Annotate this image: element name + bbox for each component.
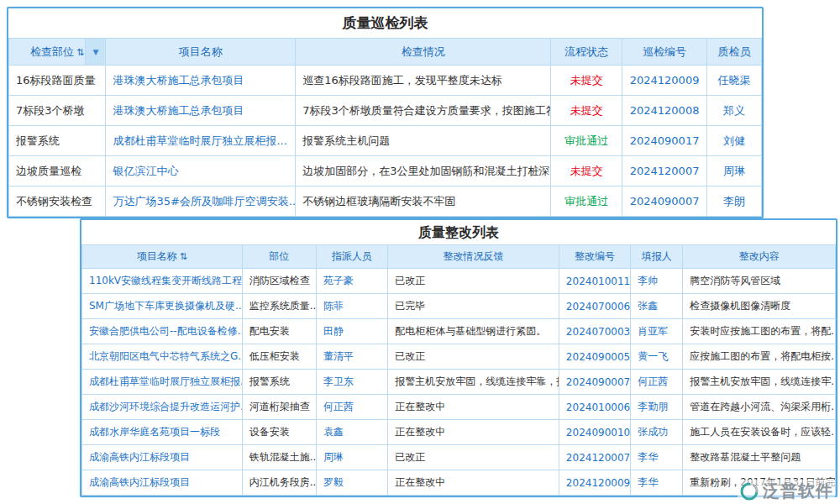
column-label: 指派人员 [332,250,372,262]
reporter-link[interactable]: 肖亚军 [631,319,683,344]
inspect-part-cell: 报警系统 [9,126,106,156]
status-badge: 未提交 [551,66,622,96]
inspector-link[interactable]: 任晓渠 [706,66,761,96]
column-label: 质检员 [717,45,750,58]
project-link[interactable]: 成都水岸华庭名苑项目一标段 [82,420,243,445]
content-cell: 报警主机安放牢固，线缆连接牢... [683,370,836,395]
patrol-col-header-status: 流程状态 [551,39,622,66]
sort-icon[interactable]: ⇅ [180,251,187,262]
feedback-cell: 正在整改中 [388,420,559,445]
project-link[interactable]: 成渝高铁内江标段项目 [82,470,243,496]
rectify-header-row: 项目名称⇅ 部位 指派人员 整改情况反馈 整改编号 填报人 整改内容 [82,245,836,269]
column-dropdown-button[interactable]: ▼ [85,39,105,65]
assignee-link[interactable]: 罗毅 [316,470,387,496]
feedback-cell: 已改正 [388,445,559,470]
column-label: 检查情况 [402,45,445,58]
vendor-watermark: 泛普软件 [738,480,835,502]
assignee-link[interactable]: 何正茜 [316,395,387,420]
part-cell: 报警系统 [242,370,316,395]
situation-cell: 报警系统主机问题 [296,126,551,156]
project-link[interactable]: 成都沙河环境综合提升改造运河护... [82,395,243,420]
patrol-code-link[interactable]: 2024120007 [622,156,706,186]
rectify-code-link[interactable]: 2024090010 [559,420,630,445]
rectify-code-link[interactable]: 2024090007 [559,370,630,395]
patrol-code-link[interactable]: 2024120009 [622,66,706,96]
rectify-code-link[interactable]: 2024010011 [559,269,630,294]
inspector-link[interactable]: 郑义 [706,96,761,126]
rectify-code-link[interactable]: 2024070006 [559,294,630,319]
project-link[interactable]: 万达广场35#会所及咖啡厅空调安装... [106,186,296,217]
status-badge: 审批通过 [551,186,622,217]
feedback-cell: 报警主机安放牢固，线缆连接牢靠，报... [388,370,559,395]
reporter-link[interactable]: 黄一飞 [631,344,683,370]
project-link[interactable]: 成都杜甫草堂临时展厅独立展柜报... [82,370,243,395]
part-cell: 河道桁架抽查 [242,395,316,420]
assignee-link[interactable]: 陈菲 [316,294,387,319]
project-link[interactable]: 港珠澳大桥施工总承包项目 [106,66,296,96]
project-link[interactable]: 成渝高铁内江标段项目 [82,445,243,470]
column-label: 填报人 [642,250,672,262]
table-row: 边坡质量巡检银亿滨江中心边坡加固部分，在3公里处加固钢筋和混凝土打桩深...未提… [9,156,762,186]
rectify-code-link[interactable]: 2024070003 [559,319,630,344]
table-row: 7标段3个桥墩港珠澳大桥施工总承包项目7标段3个桥墩质量符合建设方质量要求，按图… [9,96,762,126]
patrol-table-panel: 质量巡检列表 检查部位⇅ ▼ 项目名称 检查情况 流程状态 巡检编号 质检员 [7,7,764,218]
rectify-code-link[interactable]: 2024010006 [559,395,630,420]
project-link[interactable]: 成都杜甫草堂临时展厅独立展柜报... [106,126,296,156]
rectify-code-link[interactable]: 2024120009 [559,470,630,496]
patrol-code-link[interactable]: 2024090017 [622,126,706,156]
part-cell: 铁轨混凝土施... [242,445,316,470]
content-cell: 施工人员在安装设备时，应该轻... [683,420,836,445]
assignee-link[interactable]: 苑子豪 [316,269,387,294]
rectify-col-header-reporter: 填报人 [631,245,683,269]
situation-cell: 7标段3个桥墩质量符合建设方质量要求，按图施工符... [296,96,551,126]
feedback-cell: 配电柜柜体与基础型钢进行紧固。 [388,319,559,344]
project-link[interactable]: 北京朝阳区电气中芯特气系统之G... [82,344,243,370]
patrol-col-header-situation: 检查情况 [296,39,551,66]
patrol-code-link[interactable]: 2024120008 [622,96,706,126]
patrol-table: 检查部位⇅ ▼ 项目名称 检查情况 流程状态 巡检编号 质检员 16标段路面质量… [8,38,762,217]
situation-cell: 边坡加固部分，在3公里处加固钢筋和混凝土打桩深... [296,156,551,186]
feedback-cell: 已改正 [388,269,559,294]
inspector-link[interactable]: 周琳 [706,156,761,186]
part-cell: 内江机务段房... [242,470,316,496]
project-link[interactable]: SM广场地下车库更换摄像机及硬... [82,294,243,319]
assignee-link[interactable]: 董清平 [316,344,387,370]
rectify-code-link[interactable]: 2024120007 [559,445,630,470]
project-link[interactable]: 110kV安徽线程集变开断线路工程 [82,269,243,294]
patrol-code-link[interactable]: 2024090007 [622,186,706,217]
reporter-link[interactable]: 张成功 [631,420,683,445]
inspector-link[interactable]: 李朗 [706,186,761,217]
reporter-link[interactable]: 李勤朋 [631,395,683,420]
reporter-link[interactable]: 何正茜 [631,370,683,395]
inspector-link[interactable]: 刘健 [706,126,761,156]
rectify-code-link[interactable]: 2024090005 [559,344,630,370]
rectify-col-header-code: 整改编号 [559,245,630,269]
project-link[interactable]: 港珠澳大桥施工总承包项目 [106,96,296,126]
column-label: 部位 [269,250,289,262]
assignee-link[interactable]: 李卫东 [316,370,387,395]
status-badge: 审批通过 [551,126,622,156]
content-cell: 整改路基混凝土平整问题 [683,445,836,470]
table-row: 16标段路面质量港珠澳大桥施工总承包项目巡查16标段路面施工，发现平整度未达标未… [9,66,762,96]
reporter-link[interactable]: 张鑫 [631,294,683,319]
fanpu-logo-icon [739,481,759,501]
inspect-part-cell: 边坡质量巡检 [9,156,106,186]
rectify-col-header-project[interactable]: 项目名称⇅ [82,245,243,269]
column-label: 整改情况反馈 [444,250,504,262]
project-link[interactable]: 安徽合肥供电公司--配电设备检修... [82,319,243,344]
patrol-col-header-code: 巡检编号 [622,39,706,66]
reporter-link[interactable]: 李华 [631,445,683,470]
assignee-link[interactable]: 周琳 [316,445,387,470]
rectify-table-title: 质量整改列表 [81,220,836,244]
project-link[interactable]: 银亿滨江中心 [106,156,296,186]
reporter-link[interactable]: 李帅 [631,269,683,294]
assignee-link[interactable]: 袁鑫 [316,420,387,445]
table-row: 成渝高铁内江标段项目铁轨混凝土施...周琳已改正2024120007李华整改路基… [82,445,836,470]
reporter-link[interactable]: 李华 [631,470,683,496]
patrol-col-header-part[interactable]: 检查部位⇅ ▼ [9,39,106,66]
rectify-col-header-assignee: 指派人员 [316,245,387,269]
feedback-cell: 正在整改中 [388,470,559,496]
sort-icon[interactable]: ⇅ [76,47,84,58]
assignee-link[interactable]: 田静 [316,319,387,344]
part-cell: 监控系统质量... [242,294,316,319]
